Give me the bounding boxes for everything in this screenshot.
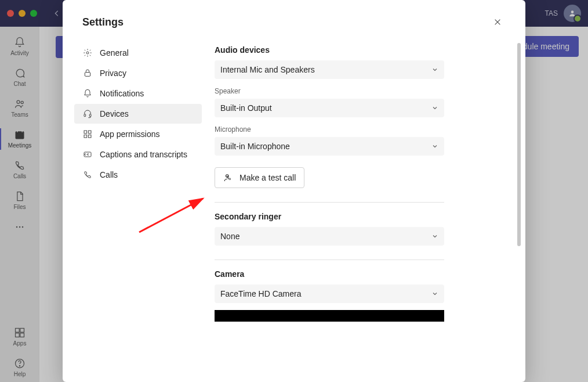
camera-value: FaceTime HD Camera (220, 289, 302, 298)
svg-rect-17 (89, 114, 91, 117)
svg-rect-21 (88, 135, 91, 138)
settings-nav-label: App permissions (100, 129, 160, 139)
make-test-call-button[interactable]: Make a test call (215, 167, 304, 188)
camera-select[interactable]: FaceTime HD Camera (215, 284, 444, 303)
audio-device-select[interactable]: Internal Mic and Speakers (215, 60, 444, 79)
settings-nav-privacy[interactable]: Privacy (74, 63, 202, 83)
chevron-down-icon (431, 233, 438, 240)
test-call-label: Make a test call (239, 173, 296, 182)
settings-nav-general[interactable]: General (74, 43, 202, 63)
chevron-down-icon (431, 104, 438, 111)
speaker-select[interactable]: Built-in Output (215, 99, 444, 117)
microphone-select[interactable]: Built-in Microphone (215, 137, 444, 156)
chevron-down-icon (431, 66, 438, 73)
secondary-ringer-select[interactable]: None (215, 227, 444, 246)
secondary-ringer-heading: Secondary ringer (215, 212, 503, 221)
chevron-down-icon (431, 143, 438, 150)
audio-device-value: Internal Mic and Speakers (220, 65, 315, 74)
gear-icon (82, 48, 93, 58)
settings-nav-notifications[interactable]: Notifications (74, 84, 202, 103)
svg-rect-16 (84, 114, 86, 117)
microphone-label: Microphone (215, 125, 503, 134)
settings-nav-label: Calls (100, 170, 118, 179)
scrollbar[interactable] (517, 43, 521, 246)
settings-nav-label: Captions and transcripts (100, 150, 187, 159)
settings-nav-label: Notifications (100, 89, 144, 98)
settings-nav-devices[interactable]: Devices (74, 104, 202, 124)
dialog-header: Settings (63, 0, 525, 37)
svg-rect-19 (88, 131, 91, 134)
close-button[interactable] (489, 14, 506, 30)
settings-nav: General Privacy Notifications Devices Ap… (74, 37, 202, 380)
settings-nav-captions[interactable]: Captions and transcripts (74, 145, 202, 164)
person-call-icon (223, 172, 234, 183)
microphone-value: Built-in Microphone (220, 142, 290, 151)
camera-preview (215, 310, 444, 322)
headset-icon (82, 109, 93, 119)
svg-rect-18 (84, 131, 87, 134)
lock-icon (82, 68, 93, 78)
bell-icon (82, 88, 93, 99)
chevron-down-icon (431, 290, 438, 297)
divider (215, 260, 444, 260)
settings-dialog: Settings General Privacy Notifications D… (63, 0, 525, 382)
speaker-label: Speaker (215, 87, 503, 95)
settings-nav-label: Devices (100, 109, 129, 118)
speaker-value: Built-in Output (220, 103, 272, 113)
divider (215, 202, 444, 203)
grid-icon (82, 129, 93, 139)
dialog-title: Settings (82, 16, 124, 28)
settings-content: Audio devices Internal Mic and Speakers … (202, 37, 525, 380)
audio-devices-heading: Audio devices (215, 45, 503, 55)
phone-icon (82, 170, 93, 180)
settings-nav-app-permissions[interactable]: App permissions (74, 124, 202, 144)
svg-point-14 (86, 52, 89, 54)
captions-icon (82, 149, 93, 160)
settings-nav-calls[interactable]: Calls (74, 165, 202, 185)
camera-heading: Camera (215, 269, 503, 279)
svg-rect-15 (85, 73, 90, 77)
settings-nav-label: Privacy (100, 69, 126, 78)
settings-nav-label: General (100, 48, 129, 57)
svg-rect-20 (84, 135, 87, 138)
secondary-ringer-value: None (220, 232, 239, 241)
